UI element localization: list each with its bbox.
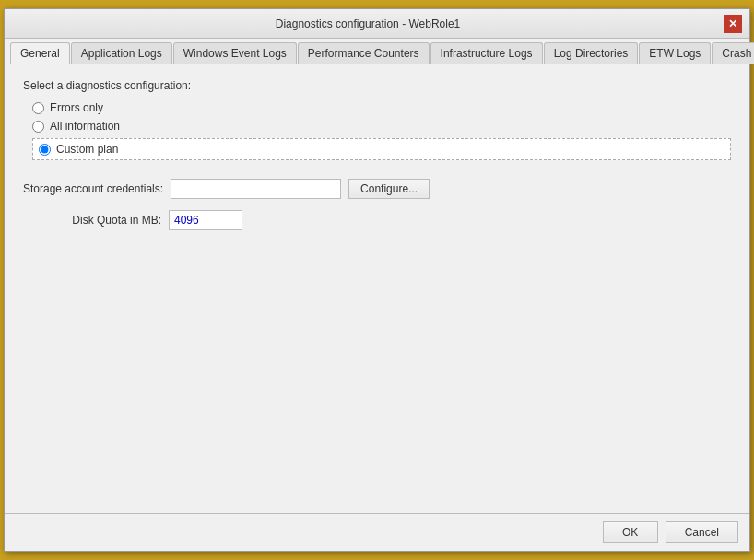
window-title: Diagnostics configuration - WebRole1 xyxy=(12,18,724,30)
disk-quota-input[interactable] xyxy=(169,210,242,230)
tab-etw-logs[interactable]: ETW Logs xyxy=(639,42,711,64)
storage-input[interactable] xyxy=(171,179,341,199)
radio-errors-row: Errors only xyxy=(32,101,731,114)
disk-quota-label: Disk Quota in MB: xyxy=(23,214,161,227)
storage-account-row: Storage account credentials: Configure..… xyxy=(23,179,731,199)
ok-button[interactable]: OK xyxy=(603,521,658,543)
tab-performance-counters[interactable]: Performance Counters xyxy=(298,42,430,64)
tab-windows-event-logs[interactable]: Windows Event Logs xyxy=(173,42,297,64)
cancel-button[interactable]: Cancel xyxy=(666,521,738,543)
title-bar: Diagnostics configuration - WebRole1 ✕ xyxy=(5,9,749,39)
dialog-footer: OK Cancel xyxy=(5,513,749,551)
radio-group: Errors only All information Custom plan xyxy=(32,101,731,160)
configure-button[interactable]: Configure... xyxy=(348,179,430,199)
radio-errors-only[interactable] xyxy=(32,102,44,114)
radio-custom-plan[interactable] xyxy=(39,144,51,156)
select-config-label: Select a diagnostics configuration: xyxy=(23,79,731,92)
tab-bar: General Application Logs Windows Event L… xyxy=(5,39,749,64)
tab-infrastructure-logs[interactable]: Infrastructure Logs xyxy=(430,42,543,64)
radio-all-label[interactable]: All information xyxy=(50,120,120,133)
radio-all-row: All information xyxy=(32,120,731,133)
tab-application-logs[interactable]: Application Logs xyxy=(71,42,172,64)
tab-crash-dumps[interactable]: Crash Dumps xyxy=(712,42,754,64)
content-area: Select a diagnostics configuration: Erro… xyxy=(5,64,749,513)
radio-custom-label[interactable]: Custom plan xyxy=(56,143,725,156)
storage-label: Storage account credentials: xyxy=(23,182,163,195)
dialog-window: Diagnostics configuration - WebRole1 ✕ G… xyxy=(4,8,750,552)
radio-custom-row: Custom plan xyxy=(32,138,731,160)
disk-quota-row: Disk Quota in MB: xyxy=(23,210,731,230)
close-button[interactable]: ✕ xyxy=(724,15,742,33)
radio-errors-label[interactable]: Errors only xyxy=(50,101,103,114)
tab-log-directories[interactable]: Log Directories xyxy=(544,42,639,64)
radio-all-information[interactable] xyxy=(32,121,44,133)
tab-general[interactable]: General xyxy=(10,42,70,64)
